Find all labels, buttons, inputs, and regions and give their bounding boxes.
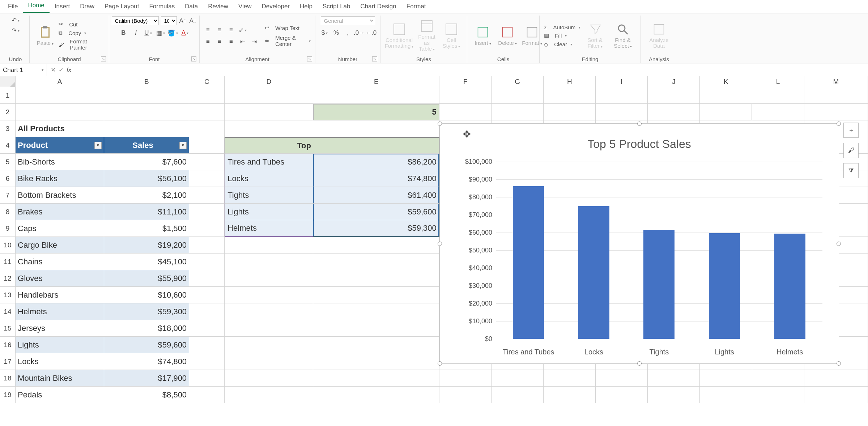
- clear-button[interactable]: ◇ Clear: [544, 41, 580, 48]
- cell[interactable]: Handlebars: [16, 287, 104, 303]
- cell[interactable]: Cargo Bike: [16, 237, 104, 254]
- cell[interactable]: [492, 370, 544, 387]
- cell[interactable]: $45,100: [104, 254, 189, 270]
- cell[interactable]: Pedals: [16, 387, 104, 403]
- row-header[interactable]: 6: [0, 170, 16, 187]
- cell[interactable]: [596, 104, 648, 120]
- tab-home[interactable]: Home: [23, 0, 49, 13]
- align-right-icon[interactable]: ≡: [227, 38, 235, 46]
- outdent-icon[interactable]: ⇤: [239, 38, 247, 46]
- chart-handle-tr[interactable]: [837, 122, 841, 126]
- cell[interactable]: $59,600: [313, 204, 439, 220]
- cell[interactable]: [313, 270, 439, 287]
- border-button[interactable]: ▦: [157, 29, 165, 37]
- comma-icon[interactable]: ,: [344, 29, 352, 37]
- tab-view[interactable]: View: [233, 0, 257, 13]
- cell[interactable]: [225, 337, 313, 353]
- cell[interactable]: [189, 254, 225, 270]
- merge-center-button[interactable]: ⬌ Merge & Center: [265, 35, 311, 47]
- cell[interactable]: Caps: [16, 220, 104, 237]
- row-header[interactable]: 18: [0, 370, 16, 387]
- row-header[interactable]: 7: [0, 187, 16, 204]
- chart-bar[interactable]: [709, 233, 740, 339]
- chart-bar[interactable]: [578, 206, 609, 339]
- cell[interactable]: [313, 87, 439, 104]
- cell[interactable]: [225, 370, 313, 387]
- cell[interactable]: [439, 370, 492, 387]
- cell[interactable]: [225, 287, 313, 303]
- cell[interactable]: [189, 104, 225, 120]
- cell[interactable]: [225, 237, 313, 254]
- analyze-data-button[interactable]: Analyze Data: [645, 21, 673, 51]
- format-painter-button[interactable]: 🖌 Format Painter: [59, 38, 105, 51]
- cell[interactable]: [492, 387, 544, 403]
- cell[interactable]: [596, 87, 648, 104]
- tab-insert[interactable]: Insert: [50, 0, 75, 13]
- cell[interactable]: [439, 104, 492, 120]
- row-header[interactable]: 5: [0, 154, 16, 170]
- chart-filter-button[interactable]: ⧩: [843, 163, 859, 178]
- cell[interactable]: [700, 370, 752, 387]
- cell[interactable]: [225, 353, 313, 370]
- cell[interactable]: $59,300: [313, 220, 439, 237]
- cell[interactable]: [16, 87, 104, 104]
- cell[interactable]: [225, 104, 313, 120]
- cell[interactable]: [225, 320, 313, 337]
- cancel-formula-icon[interactable]: ✕: [51, 66, 56, 74]
- cell[interactable]: [752, 370, 804, 387]
- cell[interactable]: All Products: [16, 120, 104, 137]
- cell[interactable]: $61,400: [313, 187, 439, 204]
- cell[interactable]: [189, 370, 225, 387]
- chart-handle-bm[interactable]: [637, 361, 642, 366]
- cell[interactable]: [313, 137, 439, 154]
- cell[interactable]: $8,500: [104, 387, 189, 403]
- cell[interactable]: [648, 104, 700, 120]
- cell[interactable]: [225, 120, 313, 137]
- cell[interactable]: Locks: [225, 170, 313, 187]
- cell[interactable]: [596, 370, 648, 387]
- cell[interactable]: Helmets: [16, 303, 104, 320]
- chart-elements-button[interactable]: ＋: [843, 123, 859, 138]
- cell[interactable]: [189, 303, 225, 320]
- align-center-icon[interactable]: ≡: [216, 38, 224, 46]
- col-header-H[interactable]: H: [544, 76, 596, 87]
- cell[interactable]: Tires and Tubes: [225, 154, 313, 170]
- cell[interactable]: $17,900: [104, 370, 189, 387]
- cell[interactable]: [189, 287, 225, 303]
- autosum-button[interactable]: Σ AutoSum: [544, 24, 580, 30]
- tab-developer[interactable]: Developer: [257, 0, 295, 13]
- tab-script-lab[interactable]: Script Lab: [318, 0, 356, 13]
- cell[interactable]: [189, 170, 225, 187]
- cell[interactable]: [313, 254, 439, 270]
- cell[interactable]: [104, 120, 189, 137]
- indent-icon[interactable]: ⇥: [250, 38, 258, 46]
- chart-handle-bl[interactable]: [438, 361, 442, 366]
- chart-plot-area[interactable]: $0$10,000$20,000$30,000$40,000$50,000$60…: [456, 162, 822, 339]
- cell[interactable]: [492, 87, 544, 104]
- increase-font-icon[interactable]: A↑: [179, 17, 187, 25]
- cell[interactable]: $7,600: [104, 154, 189, 170]
- cell[interactable]: Helmets: [225, 220, 313, 237]
- cell[interactable]: [752, 87, 804, 104]
- delete-cells-button[interactable]: Delete: [496, 24, 519, 48]
- chart-bar[interactable]: [774, 234, 805, 339]
- align-middle-icon[interactable]: ≡: [216, 26, 224, 34]
- cell[interactable]: [752, 387, 804, 403]
- cell[interactable]: [189, 353, 225, 370]
- cell[interactable]: [313, 237, 439, 254]
- cell[interactable]: [189, 87, 225, 104]
- tab-page-layout[interactable]: Page Layout: [99, 0, 144, 13]
- cell[interactable]: $59,300: [104, 303, 189, 320]
- cell[interactable]: [804, 87, 868, 104]
- row-header[interactable]: 4: [0, 137, 16, 154]
- cell[interactable]: $18,000: [104, 320, 189, 337]
- confirm-formula-icon[interactable]: ✓: [59, 66, 64, 74]
- cell[interactable]: [439, 387, 492, 403]
- align-top-icon[interactable]: ≡: [204, 26, 212, 34]
- cell[interactable]: [225, 254, 313, 270]
- row-header[interactable]: 10: [0, 237, 16, 254]
- insert-cells-button[interactable]: Insert: [472, 24, 494, 48]
- cell[interactable]: Tights: [225, 187, 313, 204]
- cell-styles-button[interactable]: Cell Styles: [440, 21, 463, 51]
- row-header[interactable]: 13: [0, 287, 16, 303]
